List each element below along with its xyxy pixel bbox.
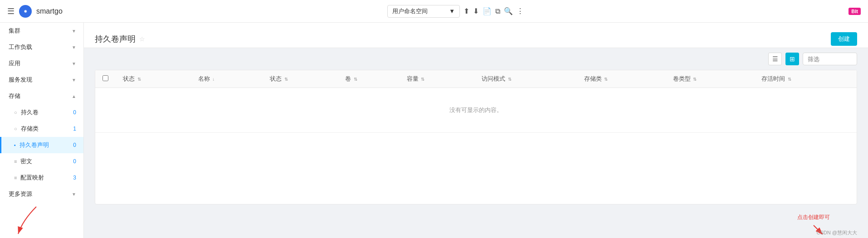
sidebar-item-label: 工作负载 xyxy=(9,43,32,51)
sidebar-item-workload[interactable]: 工作负载 ▼ xyxy=(0,39,83,55)
sidebar-item-label: 密文 xyxy=(20,157,32,165)
app-name: smartgo xyxy=(36,7,63,15)
table-header-row: 状态 ⇅ 名称 ↓ 状态 ⇅ 卷 ⇅ xyxy=(95,70,857,88)
grid-view-button[interactable]: ⊞ xyxy=(785,53,799,65)
configmap-badge: 3 xyxy=(73,175,76,181)
sc-badge: 1 xyxy=(73,126,76,132)
star-icon[interactable]: ☆ xyxy=(139,35,145,43)
th-lifetime: 存活时间 ⇅ xyxy=(754,70,857,88)
th-state: 状态 ⇅ xyxy=(263,70,338,88)
sidebar-item-secret[interactable]: ≡ 密文 0 xyxy=(0,153,83,170)
search-icon[interactable]: 🔍 xyxy=(504,7,513,15)
secret-badge: 0 xyxy=(73,158,76,165)
sidebar-item-label: 应用 xyxy=(9,59,20,68)
nav-left: ☰ ⎈ smartgo xyxy=(7,5,63,18)
sort-icon[interactable]: ⇅ xyxy=(508,77,512,82)
chevron-icon: ▼ xyxy=(72,78,76,83)
sort-icon[interactable]: ⇅ xyxy=(693,77,697,82)
namespace-selector[interactable]: 用户命名空间 ▼ xyxy=(387,5,460,18)
chevron-icon: ▼ xyxy=(72,29,76,34)
sidebar-item-label: 集群 xyxy=(9,27,20,35)
pv-badge: 0 xyxy=(73,109,76,116)
sidebar-item-storage[interactable]: 存储 ▲ xyxy=(0,88,83,104)
th-volume-type: 卷类型 ⇅ xyxy=(666,70,755,88)
sort-icon[interactable]: ⇅ xyxy=(284,77,288,82)
nav-center: 用户命名空间 ▼ ⬆ ⬇ 📄 ⧉ 🔍 ⋮ xyxy=(63,5,849,18)
sidebar-item-configmap[interactable]: ≡ 配置映射 3 xyxy=(0,170,83,186)
chevron-down-icon: ▼ xyxy=(449,8,455,15)
th-name: 名称 ↓ xyxy=(191,70,263,88)
sort-icon[interactable]: ↓ xyxy=(212,77,215,82)
toolbar: ☰ ⊞ xyxy=(84,48,868,70)
layout: 集群 ▼ 工作负载 ▼ 应用 ▼ 服务发现 ▼ 存储 ▲ xyxy=(0,23,868,238)
namespace-label: 用户命名空间 xyxy=(392,7,428,15)
configmap-icon: ≡ xyxy=(14,175,17,180)
th-access-mode: 访问模式 ⇅ xyxy=(474,70,577,88)
pvc-badge: 0 xyxy=(73,142,76,148)
chevron-icon: ▼ xyxy=(72,192,76,197)
sidebar-item-label: 更多资源 xyxy=(9,190,32,198)
copy-icon[interactable]: ⧉ xyxy=(495,7,500,15)
nav-right: BIt xyxy=(848,8,861,15)
th-capacity: 容量 ⇅ xyxy=(400,70,475,88)
select-all-checkbox[interactable] xyxy=(102,75,108,81)
th-volume: 卷 ⇅ xyxy=(338,70,400,88)
sc-icon: ○ xyxy=(14,126,17,131)
app-logo: ⎈ xyxy=(19,5,32,18)
sidebar-item-app[interactable]: 应用 ▼ xyxy=(0,55,83,72)
watermark: CSDN @慧闲大大 xyxy=(817,229,857,236)
sidebar-item-storage-class[interactable]: ○ 存储类 1 xyxy=(0,121,83,137)
table-container: 状态 ⇅ 名称 ↓ 状态 ⇅ 卷 ⇅ xyxy=(95,70,857,204)
download-icon[interactable]: ⬇ xyxy=(473,7,479,15)
hamburger-icon[interactable]: ☰ xyxy=(7,6,15,16)
bottom-section: 点击创建即可 CSDN @慧闲大大 xyxy=(84,212,868,238)
annotation-right: 点击创建即可 xyxy=(797,214,830,221)
page-header: 持久卷声明 ☆ 创建 xyxy=(84,23,868,48)
chevron-icon: ▼ xyxy=(72,45,76,50)
sidebar-item-cluster[interactable]: 集群 ▼ xyxy=(0,23,83,39)
chevron-icon: ▲ xyxy=(72,94,76,99)
filter-input[interactable] xyxy=(803,53,857,65)
main-content: 持久卷声明 ☆ 创建 ☰ ⊞ 状态 ⇅ xyxy=(84,23,868,238)
secret-icon: ≡ xyxy=(14,159,17,164)
arrow-svg-left xyxy=(9,202,45,238)
sidebar-item-label: 存储类 xyxy=(21,125,39,133)
sidebar: 集群 ▼ 工作负载 ▼ 应用 ▼ 服务发现 ▼ 存储 ▲ xyxy=(0,23,84,238)
sort-icon[interactable]: ⇅ xyxy=(137,77,141,82)
page-title: 持久卷声明 xyxy=(95,34,136,44)
sort-icon[interactable]: ⇅ xyxy=(354,77,357,82)
top-nav: ☰ ⎈ smartgo 用户命名空间 ▼ ⬆ ⬇ 📄 ⧉ 🔍 ⋮ BIt xyxy=(0,0,868,23)
sidebar-item-label: 配置映射 xyxy=(20,174,44,182)
list-view-button[interactable]: ☰ xyxy=(768,53,782,65)
pv-icon: ○ xyxy=(14,110,17,115)
file-icon[interactable]: 📄 xyxy=(483,7,492,15)
upload-icon[interactable]: ⬆ xyxy=(463,7,469,15)
sidebar-item-pvc[interactable]: ▪ 持久卷声明 0 xyxy=(0,137,83,153)
sort-icon[interactable]: ⇅ xyxy=(788,77,791,82)
sidebar-item-persistent-volume[interactable]: ○ 持久卷 0 xyxy=(0,104,83,121)
sidebar-item-label: 服务发现 xyxy=(9,76,32,84)
create-button[interactable]: 创建 xyxy=(831,32,857,46)
bit-badge[interactable]: BIt xyxy=(848,8,861,15)
pvc-table: 状态 ⇅ 名称 ↓ 状态 ⇅ 卷 ⇅ xyxy=(95,70,857,133)
sort-icon[interactable]: ⇅ xyxy=(421,77,424,82)
page-title-row: 持久卷声明 ☆ xyxy=(95,34,145,44)
table-empty-row: 没有可显示的内容。 xyxy=(95,88,857,133)
sidebar-item-more-resources[interactable]: 更多资源 ▼ xyxy=(0,186,83,202)
pvc-icon: ▪ xyxy=(14,142,16,148)
sidebar-item-label: 持久卷声明 xyxy=(20,141,49,149)
sidebar-item-label: 存储 xyxy=(9,92,20,100)
more-icon[interactable]: ⋮ xyxy=(517,7,524,15)
sidebar-item-label: 持久卷 xyxy=(21,108,39,117)
chevron-icon: ▼ xyxy=(72,61,76,66)
sort-icon[interactable]: ⇅ xyxy=(604,77,608,82)
th-status: 状态 ⇅ xyxy=(116,70,191,88)
sidebar-item-service-discovery[interactable]: 服务发现 ▼ xyxy=(0,72,83,88)
empty-message: 没有可显示的内容。 xyxy=(95,88,857,133)
th-storage: 存储类 ⇅ xyxy=(577,70,666,88)
sidebar-annotation-area: 选择创建卷声明，用于为数据存储做准备 xyxy=(0,202,83,238)
th-checkbox xyxy=(95,70,116,88)
